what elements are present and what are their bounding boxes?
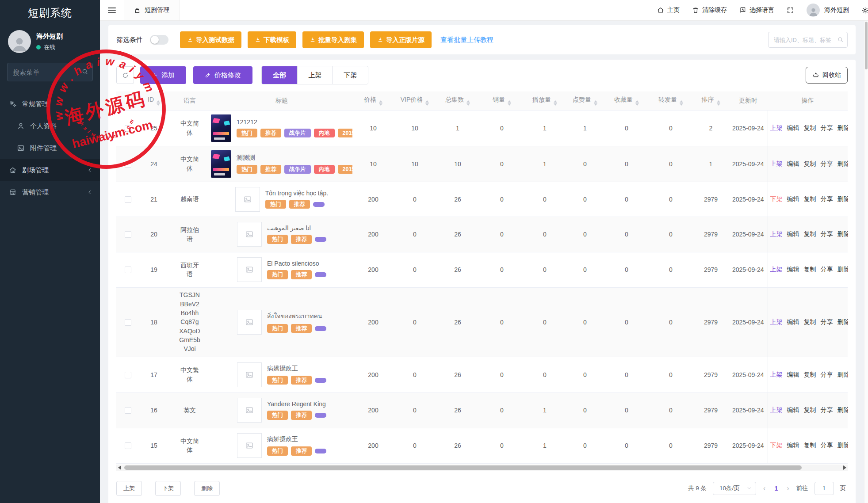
op-link[interactable]: 删除 <box>837 160 848 167</box>
import-button-2[interactable]: 批量导入剧集 <box>302 31 364 48</box>
hamburger-menu-icon[interactable] <box>108 8 116 13</box>
scroll-right-arrow[interactable] <box>841 465 848 471</box>
status-toggle-link[interactable]: 上架 <box>770 124 783 131</box>
segment-上架[interactable]: 上架 <box>297 66 333 84</box>
sidebar-item-2[interactable]: 附件管理 <box>0 137 100 159</box>
sort-icon[interactable] <box>594 100 597 106</box>
op-link[interactable]: 编辑 <box>787 160 799 167</box>
segment-全部[interactable]: 全部 <box>262 66 297 84</box>
scroll-left-arrow[interactable] <box>116 465 122 471</box>
scrollbar-thumb[interactable] <box>865 22 868 69</box>
status-toggle-link[interactable]: 下架 <box>770 195 783 202</box>
poster-placeholder[interactable] <box>237 310 262 335</box>
status-toggle-link[interactable]: 上架 <box>770 371 783 378</box>
batch-button-1[interactable]: 下架 <box>155 481 181 496</box>
poster-thumbnail[interactable] <box>211 150 231 178</box>
op-link[interactable]: 复制 <box>804 160 816 167</box>
sort-icon[interactable] <box>508 100 511 106</box>
op-link[interactable]: 删除 <box>837 318 848 325</box>
status-toggle-link[interactable]: 下架 <box>770 442 783 449</box>
op-link[interactable]: 复制 <box>804 124 816 131</box>
op-link[interactable]: 分享 <box>821 160 833 167</box>
row-checkbox[interactable] <box>125 442 131 449</box>
row-checkbox[interactable] <box>125 196 131 203</box>
sort-icon[interactable] <box>554 100 557 106</box>
row-checkbox[interactable] <box>125 125 131 132</box>
op-link[interactable]: 编辑 <box>787 195 799 202</box>
sort-icon[interactable] <box>635 100 639 106</box>
op-link[interactable]: 分享 <box>821 406 833 413</box>
select-all-checkbox[interactable] <box>125 98 131 104</box>
poster-placeholder[interactable] <box>237 433 262 458</box>
sort-icon[interactable] <box>467 100 470 106</box>
op-link[interactable]: 复制 <box>804 266 816 273</box>
vertical-scrollbar[interactable] <box>864 21 868 503</box>
add-button[interactable]: 添加 <box>140 66 186 84</box>
status-toggle-link[interactable]: 上架 <box>770 406 783 413</box>
poster-thumbnail[interactable] <box>211 114 231 142</box>
op-link[interactable]: 分享 <box>821 371 833 378</box>
sort-icon[interactable] <box>379 100 382 106</box>
poster-placeholder[interactable] <box>237 222 262 247</box>
op-link[interactable]: 编辑 <box>787 230 799 237</box>
op-link[interactable]: 编辑 <box>787 442 799 449</box>
import-button-0[interactable]: 导入测试数据 <box>180 31 241 48</box>
op-link[interactable]: 删除 <box>837 266 848 273</box>
fullscreen-button[interactable] <box>787 7 794 14</box>
op-link[interactable]: 删除 <box>837 406 848 413</box>
segment-下架[interactable]: 下架 <box>333 66 368 84</box>
op-link[interactable]: 分享 <box>821 266 833 273</box>
sort-icon[interactable] <box>157 100 160 106</box>
op-link[interactable]: 删除 <box>837 442 848 449</box>
op-link[interactable]: 编辑 <box>787 318 799 325</box>
op-link[interactable]: 复制 <box>804 230 816 237</box>
sidebar-item-3[interactable]: 剧场管理 <box>0 159 100 181</box>
op-link[interactable]: 删除 <box>837 371 848 378</box>
sort-icon[interactable] <box>717 100 720 106</box>
horizontal-scrollbar[interactable] <box>116 465 848 471</box>
row-checkbox[interactable] <box>125 372 131 378</box>
poster-placeholder[interactable] <box>237 398 262 423</box>
nav-link-0[interactable]: 主页 <box>657 6 680 14</box>
nav-link-2[interactable]: 选择语言 <box>739 6 774 14</box>
sidebar-item-4[interactable]: 营销管理 <box>0 181 100 203</box>
batch-button-2[interactable]: 删除 <box>194 481 220 496</box>
scrollbar-thumb[interactable] <box>124 465 802 470</box>
status-toggle-link[interactable]: 上架 <box>770 230 783 237</box>
sort-icon[interactable] <box>680 100 683 106</box>
status-toggle-link[interactable]: 上架 <box>770 266 783 273</box>
op-link[interactable]: 复制 <box>804 195 816 202</box>
price-edit-button[interactable]: 价格修改 <box>193 66 252 84</box>
prev-page-button[interactable]: ‹ <box>762 484 766 492</box>
filter-toggle[interactable] <box>150 35 168 45</box>
op-link[interactable]: 编辑 <box>787 371 799 378</box>
avatar[interactable] <box>8 30 31 53</box>
op-link[interactable]: 编辑 <box>787 124 799 131</box>
op-link[interactable]: 分享 <box>821 230 833 237</box>
batch-upload-tutorial-link[interactable]: 查看批量上传教程 <box>440 36 493 44</box>
row-checkbox[interactable] <box>125 267 131 273</box>
sort-icon[interactable] <box>425 100 429 106</box>
poster-placeholder[interactable] <box>237 257 262 282</box>
batch-button-0[interactable]: 上架 <box>116 481 142 496</box>
poster-placeholder[interactable] <box>237 362 262 387</box>
user-menu[interactable]: 海外短剧 <box>807 4 849 17</box>
menu-search-input[interactable] <box>7 63 93 81</box>
op-link[interactable]: 分享 <box>821 195 833 202</box>
poster-placeholder[interactable] <box>235 187 260 212</box>
import-button-1[interactable]: 下载模板 <box>248 31 296 48</box>
sidebar-item-1[interactable]: 个人资料 <box>0 115 100 137</box>
row-checkbox[interactable] <box>125 407 131 414</box>
status-toggle-link[interactable]: 上架 <box>770 160 783 167</box>
current-page[interactable]: 1 <box>772 485 780 492</box>
op-link[interactable]: 复制 <box>804 442 816 449</box>
op-link[interactable]: 分享 <box>821 124 833 131</box>
op-link[interactable]: 复制 <box>804 318 816 325</box>
status-toggle-link[interactable]: 上架 <box>770 318 783 325</box>
import-button-3[interactable]: 导入正版片源 <box>370 31 432 48</box>
op-link[interactable]: 编辑 <box>787 266 799 273</box>
op-link[interactable]: 复制 <box>804 406 816 413</box>
settings-gear-icon[interactable] <box>861 7 868 14</box>
op-link[interactable]: 复制 <box>804 371 816 378</box>
op-link[interactable]: 分享 <box>821 318 833 325</box>
